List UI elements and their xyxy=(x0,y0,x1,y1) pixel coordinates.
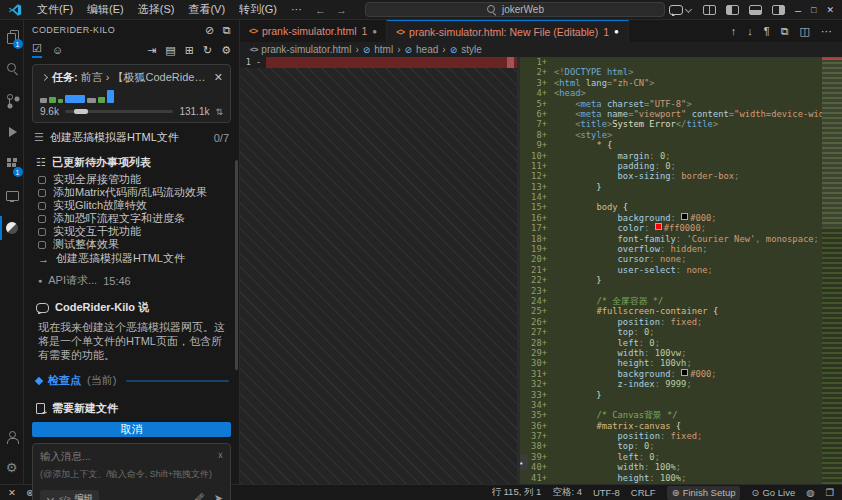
auto-approve-icon[interactable]: ☓ xyxy=(218,450,223,461)
diff-nav-arrow-button[interactable]: → xyxy=(520,455,528,470)
breadcrumb-item[interactable]: html xyxy=(374,44,393,55)
history-icon[interactable]: ↻ xyxy=(203,44,212,57)
mode-label: 编辑 xyxy=(75,492,93,500)
task-collapse-icon[interactable] xyxy=(41,74,48,81)
activity-item-extensions[interactable]: 1 xyxy=(0,148,24,180)
nav-back-icon[interactable]: ← xyxy=(315,4,326,16)
breadcrumb[interactable]: <>prank-simulator.html›⊘html›⊘head›⊘styl… xyxy=(240,42,842,57)
go-live-icon[interactable]: ⊙Go Live xyxy=(751,487,795,498)
activity-item-search[interactable] xyxy=(0,52,24,84)
code-line: 14+ xyxy=(520,192,822,202)
kilo-profile-icon[interactable]: ⊘ xyxy=(205,24,215,37)
menu-item-5[interactable]: ··· xyxy=(284,3,309,15)
create-file-section[interactable]: ☰ 创建恶搞模拟器HTML文件 0/7 xyxy=(24,125,239,148)
activity-item-coderider-kilo[interactable] xyxy=(0,212,24,244)
editor-layout-icon[interactable] xyxy=(703,5,716,15)
toggle-sidebar-icon[interactable] xyxy=(726,5,739,15)
mode-selector[interactable]: </> 编辑 xyxy=(40,490,99,500)
status-item[interactable]: 空格: 4 xyxy=(552,486,582,499)
server-icon[interactable]: ▤ xyxy=(165,44,175,57)
nav-forward-icon[interactable]: → xyxy=(336,4,347,16)
token xyxy=(554,171,618,181)
attach-icon[interactable]: 🖉 xyxy=(194,492,205,500)
checkbox-icon[interactable] xyxy=(38,215,46,223)
task-close-icon[interactable]: ✕ xyxy=(214,71,223,84)
todo-item-5[interactable]: 测试整体效果 xyxy=(24,238,239,251)
activity-item-source-control[interactable] xyxy=(0,84,24,116)
message-input[interactable] xyxy=(40,450,218,464)
toggle-secondary-sidebar-icon[interactable] xyxy=(772,5,785,15)
breadcrumb-item[interactable]: head xyxy=(416,44,438,55)
activity-item-settings-gear[interactable]: ⚙ xyxy=(0,452,24,484)
status-item[interactable]: 行 115, 列 1 xyxy=(491,486,541,499)
line-number: 12+ xyxy=(520,171,554,181)
minimap[interactable] xyxy=(822,57,842,484)
todo-current-item[interactable]: → 创建恶搞模拟器HTML文件 xyxy=(24,251,239,265)
activity-item-account[interactable] xyxy=(0,420,24,452)
sidebar-settings-icon[interactable]: ⚙ xyxy=(221,44,231,57)
checkpoint-icon xyxy=(35,376,43,384)
expand-arrows-icon[interactable]: ⇅ xyxy=(215,107,223,117)
browser-preview-icon[interactable]: ❐ xyxy=(825,487,834,498)
token xyxy=(554,130,575,140)
open-preview-icon[interactable]: ⧉ xyxy=(781,25,789,38)
checkpoint-row[interactable]: 检查点 (当前) xyxy=(24,362,239,388)
api-request-row[interactable]: ● API请求... 15:46 xyxy=(24,265,239,290)
checkbox-icon[interactable] xyxy=(38,189,46,197)
menu-item-0[interactable]: 文件(F) xyxy=(30,3,80,15)
copilot-icon[interactable]: ◍ xyxy=(806,487,814,498)
code-area[interactable]: 1+2+<!DOCTYPE html>3+<html lang="zh-CN">… xyxy=(520,57,822,484)
checkbox-icon[interactable] xyxy=(38,176,46,184)
status-item[interactable]: CRLF xyxy=(631,487,656,498)
activity-item-files[interactable]: 1 xyxy=(0,20,24,52)
token: monospace xyxy=(761,234,814,244)
menu-item-4[interactable]: 转到(G) xyxy=(232,3,284,15)
export-icon[interactable]: ⇥ xyxy=(147,44,156,57)
token: charset xyxy=(602,99,644,109)
chat-toggle-button[interactable] xyxy=(669,5,693,15)
send-icon[interactable]: ➤ xyxy=(214,492,223,500)
toggle-panel-icon[interactable] xyxy=(749,5,762,15)
split-editor-icon[interactable]: ◫ xyxy=(800,25,810,38)
status-item[interactable]: UTF-8 xyxy=(593,487,620,498)
modified-dot-icon[interactable]: ● xyxy=(372,27,377,36)
context-progress-track[interactable] xyxy=(65,110,174,113)
menu-item-2[interactable]: 选择(S) xyxy=(131,3,182,15)
next-change-icon[interactable]: ↓ xyxy=(747,25,753,37)
command-search-box[interactable]: jokerWeb xyxy=(365,2,665,17)
minimap-slider[interactable] xyxy=(822,57,842,227)
minimize-button[interactable]: – xyxy=(795,4,801,16)
task-view-icon[interactable]: ☑ xyxy=(32,42,42,58)
marketplace-icon[interactable]: ⊞ xyxy=(185,44,194,57)
activity-item-remote-explorer[interactable] xyxy=(0,180,24,212)
breadcrumb-item[interactable]: style xyxy=(461,44,482,55)
maximize-button[interactable]: □ xyxy=(811,5,816,15)
tab-1[interactable]: <>prank-simulator.html: New File (Editab… xyxy=(387,20,629,42)
close-button[interactable]: ✕ xyxy=(826,5,834,15)
context-progress-thumb[interactable] xyxy=(74,109,88,114)
breadcrumb-file[interactable]: prank-simulator.html xyxy=(261,44,351,55)
left-pane-scrollbar[interactable] xyxy=(507,57,514,68)
cancel-button[interactable]: 取消 xyxy=(32,422,231,437)
remote-icon[interactable]: ✕ xyxy=(8,487,16,498)
kilo-face-icon[interactable]: ☺ xyxy=(52,44,63,56)
tab-0[interactable]: <>prank-simulator.html1● xyxy=(240,20,387,42)
code-line: 15+ body { xyxy=(520,202,822,212)
checkbox-icon[interactable] xyxy=(38,241,46,249)
prev-change-icon[interactable]: ↑ xyxy=(731,25,737,37)
token: ; xyxy=(681,254,686,264)
badge: 1 xyxy=(13,39,23,49)
checkbox-icon[interactable] xyxy=(38,228,46,236)
finish-setup-icon[interactable]: ⊛Finish Setup xyxy=(667,486,741,500)
sidebar-scrollbar[interactable] xyxy=(235,160,238,370)
checkbox-icon[interactable] xyxy=(38,202,46,210)
token: ; xyxy=(814,234,819,244)
activity-item-run-debug[interactable] xyxy=(0,116,24,148)
more-actions-icon[interactable]: ⋯ xyxy=(821,25,832,38)
token: #matrix-canvas xyxy=(596,421,670,431)
modified-dot-icon[interactable]: ● xyxy=(614,27,619,36)
open-in-editor-icon[interactable]: ⧉ xyxy=(223,24,231,37)
menu-item-3[interactable]: 查看(V) xyxy=(181,3,232,15)
menu-item-1[interactable]: 编辑(E) xyxy=(80,3,131,15)
whitespace-icon[interactable]: ¶ xyxy=(764,25,770,37)
